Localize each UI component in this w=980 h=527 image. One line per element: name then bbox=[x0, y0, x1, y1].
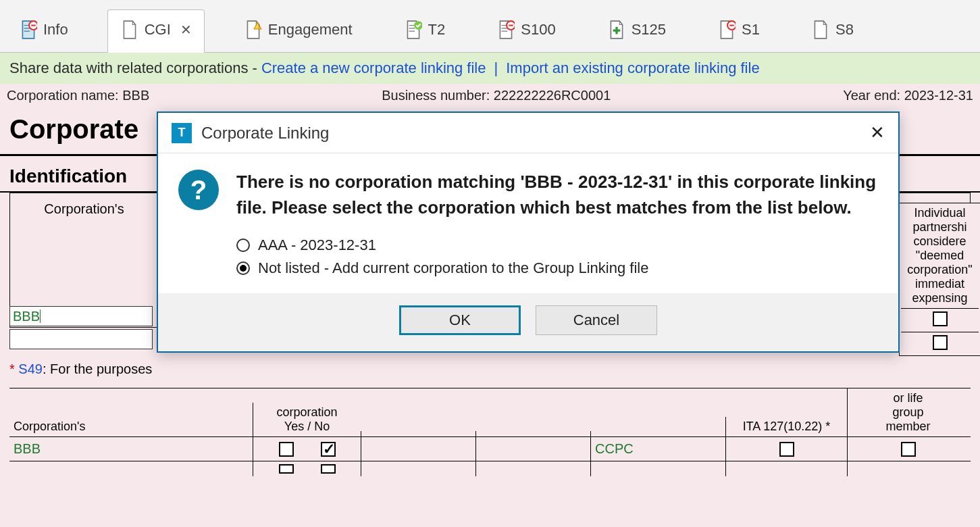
tab-s125[interactable]: S125 bbox=[595, 10, 678, 52]
doc-plus-icon bbox=[607, 20, 626, 40]
dialog-options: AAA - 2023-12-31 Not listed - Add curren… bbox=[158, 227, 898, 293]
tab-label: S8 bbox=[835, 21, 854, 39]
import-linking-file-link[interactable]: Import an existing corporate linking fil… bbox=[506, 59, 759, 77]
corporate-linking-dialog: T Corporate Linking ✕ ? There is no corp… bbox=[157, 111, 900, 353]
corp-name-input[interactable]: BBB bbox=[9, 306, 153, 326]
checkbox-fishing-no[interactable] bbox=[279, 442, 294, 457]
tab-s100[interactable]: S100 bbox=[484, 10, 567, 52]
dialog-titlebar: T Corporate Linking ✕ bbox=[158, 113, 898, 153]
corp-name-label: Corporation name: BBB bbox=[7, 88, 149, 103]
business-number-label: Business number: 222222226RC0001 bbox=[382, 88, 611, 103]
tab-label: S1 bbox=[742, 21, 760, 39]
tab-label: CGI bbox=[145, 21, 171, 39]
tab-s1[interactable]: S1 bbox=[705, 10, 772, 52]
table-row bbox=[9, 461, 971, 476]
checkbox[interactable] bbox=[933, 311, 948, 326]
option-not-listed[interactable]: Not listed - Add current corporation to … bbox=[236, 257, 878, 280]
doc-minus-icon bbox=[496, 20, 515, 40]
col-group: or life group member bbox=[885, 391, 930, 434]
tab-label: S125 bbox=[631, 21, 666, 39]
option-label: Not listed - Add current corporation to … bbox=[258, 259, 648, 277]
doc-check-icon bbox=[404, 20, 423, 40]
share-prefix: Share data with related corporations - bbox=[9, 59, 257, 77]
dialog-title: Corporate Linking bbox=[201, 124, 329, 143]
right-column-immediate-expensing: Individual partnershi considere "deemed … bbox=[899, 203, 980, 356]
col-fishing: corporation Yes / No bbox=[276, 405, 337, 434]
option-aaa[interactable]: AAA - 2023-12-31 bbox=[236, 234, 878, 257]
asterisk: * bbox=[9, 361, 15, 376]
row-corp-name: BBB bbox=[14, 441, 41, 457]
tab-t2[interactable]: T2 bbox=[392, 10, 458, 52]
checkbox-fishing-yes[interactable] bbox=[321, 442, 336, 457]
tab-engagement[interactable]: ! Engagement bbox=[232, 10, 365, 52]
question-icon: ? bbox=[178, 170, 219, 210]
share-bar: Share data with related corporations - C… bbox=[0, 53, 980, 84]
col-corp-name: Corporation's bbox=[44, 201, 124, 217]
checkbox[interactable] bbox=[933, 335, 948, 350]
create-linking-file-link[interactable]: Create a new corporate linking file bbox=[261, 59, 486, 77]
checkbox-ita[interactable] bbox=[779, 442, 794, 457]
doc-warn-icon: ! bbox=[244, 20, 263, 40]
tab-s8[interactable]: S8 bbox=[799, 10, 866, 52]
dialog-message: There is no corporation matching 'BBB - … bbox=[236, 170, 878, 220]
table-corporations: Corporation's corporation Yes / No ITA 1… bbox=[9, 388, 971, 476]
col-ita: ITA 127(10.22) * bbox=[743, 420, 831, 434]
s49-link[interactable]: S49 bbox=[18, 361, 43, 376]
corp-name-value: BBB bbox=[13, 309, 40, 324]
corp-name-input-2[interactable] bbox=[9, 329, 153, 349]
col-name: Corporation's bbox=[14, 420, 86, 434]
doc-minus-icon bbox=[717, 20, 736, 40]
tab-label: Info bbox=[43, 21, 68, 39]
info-row: Corporation name: BBB Business number: 2… bbox=[0, 84, 980, 107]
tab-label: S100 bbox=[521, 21, 555, 39]
tab-label: Engagement bbox=[268, 21, 353, 39]
dialog-button-row: OK Cancel bbox=[158, 293, 898, 351]
tab-label: T2 bbox=[428, 21, 446, 39]
close-icon[interactable]: ✕ bbox=[870, 122, 885, 143]
checkbox-group[interactable] bbox=[901, 442, 916, 457]
doc-minus-icon bbox=[19, 20, 38, 40]
cancel-button[interactable]: Cancel bbox=[536, 305, 657, 335]
year-end-label: Year end: 2023-12-31 bbox=[843, 88, 973, 103]
ok-button[interactable]: OK bbox=[399, 305, 521, 335]
checkbox[interactable] bbox=[279, 464, 294, 474]
radio-icon bbox=[236, 261, 250, 275]
tab-cgi[interactable]: CGI ✕ bbox=[107, 9, 205, 53]
doc-icon bbox=[120, 20, 139, 40]
app-logo-icon: T bbox=[172, 123, 192, 143]
separator: | bbox=[490, 59, 502, 77]
checkbox[interactable] bbox=[321, 464, 336, 474]
doc-icon bbox=[811, 20, 830, 40]
tab-strip: Info CGI ✕ ! Engagement T2 S100 S125 bbox=[0, 0, 980, 53]
close-icon[interactable]: ✕ bbox=[180, 22, 192, 38]
right-col-text: Individual partnershi considere "deemed … bbox=[901, 206, 979, 305]
svg-text:!: ! bbox=[258, 23, 259, 30]
row-corp-type: CCPC bbox=[595, 441, 634, 457]
option-label: AAA - 2023-12-31 bbox=[258, 236, 376, 254]
table-row: BBB CCPC bbox=[9, 436, 971, 461]
radio-icon bbox=[236, 239, 250, 252]
s49-note: * S49: For the purposes bbox=[9, 355, 971, 384]
tab-info[interactable]: Info bbox=[7, 10, 80, 52]
note-rest: : For the purposes bbox=[43, 361, 152, 376]
